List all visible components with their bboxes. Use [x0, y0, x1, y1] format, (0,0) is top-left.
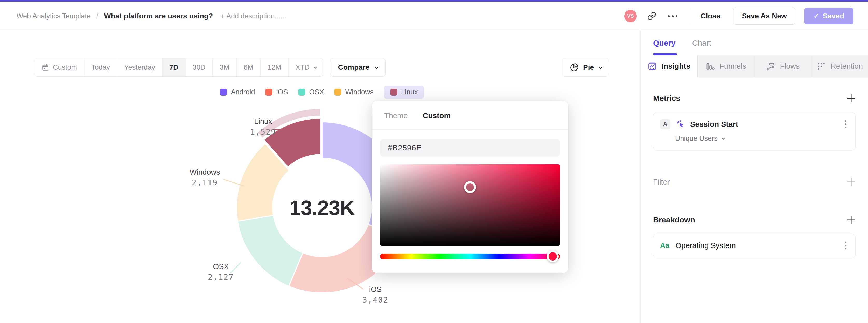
- callout-label-osx: OSX2,127: [197, 262, 244, 282]
- saturation-value-area[interactable]: [380, 164, 560, 246]
- funnels-icon: [706, 62, 715, 71]
- tab-insights[interactable]: Insights: [641, 56, 698, 77]
- callout-label-linux: Linux1,529: [241, 117, 285, 136]
- add-description-link[interactable]: + Add description......: [221, 12, 286, 20]
- insight-type-tabs: InsightsFunnelsFlowsRetention: [641, 56, 868, 77]
- query-sidebar: Query Chart InsightsFunnelsFlowsRetentio…: [641, 31, 868, 323]
- tab-custom[interactable]: Custom: [423, 111, 451, 120]
- range-option-30d[interactable]: 30D: [186, 58, 213, 76]
- saved-button[interactable]: ✓ Saved: [804, 8, 854, 24]
- legend-swatch: [390, 89, 397, 96]
- app-window: Web Analytics Template / What platform a…: [0, 0, 868, 323]
- metric-card[interactable]: A Session Start Unique Users: [653, 112, 856, 151]
- chart-type-button[interactable]: Pie: [562, 58, 609, 77]
- color-picker-popup: Theme Custom #B2596E: [372, 101, 568, 273]
- compare-label: Compare: [338, 63, 369, 71]
- range-option-12m[interactable]: 12M: [260, 58, 288, 76]
- hex-color-input[interactable]: #B2596E: [380, 139, 560, 157]
- legend-swatch: [298, 89, 305, 96]
- metrics-title: Metrics: [653, 94, 680, 103]
- legend-item-android[interactable]: Android: [220, 86, 255, 99]
- range-option-3m[interactable]: 3M: [213, 58, 237, 76]
- chevron-down-icon: [721, 137, 725, 140]
- chevron-down-icon: [598, 65, 602, 69]
- range-option-custom[interactable]: Custom: [34, 58, 84, 76]
- breakdown-name: Operating System: [676, 241, 736, 250]
- legend-item-osx[interactable]: OSX: [298, 86, 324, 99]
- tab-retention[interactable]: Retention: [811, 56, 868, 77]
- breakdown-card-row: Aa Operating System: [660, 240, 847, 250]
- sidebar-content: Metrics A Session Start: [641, 77, 868, 258]
- chart-type-label: Pie: [583, 63, 594, 71]
- legend-swatch: [220, 89, 227, 96]
- donut-slice-osx[interactable]: [238, 216, 303, 286]
- sidebar-top-tabs: Query Chart: [641, 31, 868, 47]
- tab-query[interactable]: Query: [653, 39, 676, 47]
- close-button[interactable]: Close: [701, 12, 720, 20]
- save-as-new-button[interactable]: Save As New: [733, 7, 795, 25]
- text-property-icon: Aa: [660, 241, 670, 250]
- breakdown-menu-icon[interactable]: [844, 240, 847, 250]
- share-link-icon[interactable]: [647, 11, 656, 21]
- session-start-icon: [676, 119, 685, 129]
- range-option-7d[interactable]: 7D: [162, 58, 186, 76]
- metric-card-row: A Session Start: [660, 119, 847, 129]
- metric-aggregation-label: Unique Users: [675, 134, 718, 142]
- legend-item-linux[interactable]: Linux: [384, 86, 424, 99]
- legend-item-windows[interactable]: Windows: [335, 86, 374, 99]
- callout-label-windows: Windows2,119: [182, 168, 228, 187]
- check-icon: ✓: [813, 12, 819, 20]
- add-breakdown-icon[interactable]: [847, 216, 856, 224]
- chart-legend: AndroidiOSOSXWindowsLinux: [220, 86, 424, 99]
- range-option-today[interactable]: Today: [84, 58, 117, 76]
- donut-center-total: 13.23K: [289, 196, 355, 220]
- header-divider: [689, 9, 689, 23]
- range-option-yesterday[interactable]: Yesterday: [117, 58, 162, 76]
- date-range-segmented-control: CustomTodayYesterday7D30D3M6M12MXTD: [34, 58, 323, 77]
- chevron-down-icon: [374, 65, 378, 69]
- picker-divider: [372, 129, 568, 130]
- hue-slider-handle[interactable]: [547, 250, 559, 262]
- tab-flows[interactable]: Flows: [754, 56, 811, 77]
- breadcrumb-root[interactable]: Web Analytics Template: [17, 12, 91, 20]
- breakdown-title: Breakdown: [653, 216, 695, 224]
- metrics-section-header: Metrics: [653, 94, 856, 103]
- filter-section-header: Filter: [653, 177, 856, 186]
- more-options-icon[interactable]: [668, 15, 677, 17]
- date-range-toolbar: CustomTodayYesterday7D30D3M6M12MXTD Comp…: [34, 58, 385, 77]
- pie-chart-icon: [569, 63, 579, 72]
- range-option-6m[interactable]: 6M: [237, 58, 261, 76]
- filter-title: Filter: [653, 178, 670, 186]
- metric-menu-icon[interactable]: [844, 119, 847, 129]
- metric-aggregation[interactable]: Unique Users: [675, 134, 847, 142]
- breakdown-section-header: Breakdown: [653, 216, 856, 224]
- callout-label-ios: iOS3,402: [353, 285, 398, 304]
- compare-button[interactable]: Compare: [330, 58, 385, 77]
- metric-name: Session Start: [690, 120, 738, 129]
- breadcrumb-separator: /: [96, 12, 98, 20]
- tab-theme[interactable]: Theme: [384, 111, 408, 120]
- top-header-bar: Web Analytics Template / What platform a…: [0, 2, 868, 31]
- chevron-down-icon: [313, 65, 317, 69]
- metric-badge: A: [660, 119, 671, 129]
- legend-swatch: [335, 89, 341, 96]
- range-option-xtd[interactable]: XTD: [288, 58, 323, 76]
- flows-icon: [766, 62, 775, 71]
- tab-funnels[interactable]: Funnels: [698, 56, 754, 77]
- add-filter-icon[interactable]: [847, 177, 856, 186]
- avatar[interactable]: VS: [624, 10, 637, 22]
- add-metric-icon[interactable]: [847, 94, 856, 103]
- legend-item-ios[interactable]: iOS: [265, 86, 288, 99]
- retention-icon: [817, 62, 826, 71]
- breakdown-card[interactable]: Aa Operating System: [653, 233, 856, 258]
- saturation-value-handle[interactable]: [464, 181, 476, 193]
- active-tab-underline: [653, 53, 677, 56]
- page-title[interactable]: What platform are users using?: [104, 12, 213, 20]
- insights-icon: [648, 62, 657, 71]
- tab-chart[interactable]: Chart: [692, 39, 711, 47]
- color-picker-tabs: Theme Custom: [372, 101, 568, 120]
- calendar-icon: [41, 64, 49, 71]
- saved-button-label: Saved: [823, 12, 844, 20]
- hue-slider[interactable]: [380, 254, 560, 259]
- legend-swatch: [265, 89, 272, 96]
